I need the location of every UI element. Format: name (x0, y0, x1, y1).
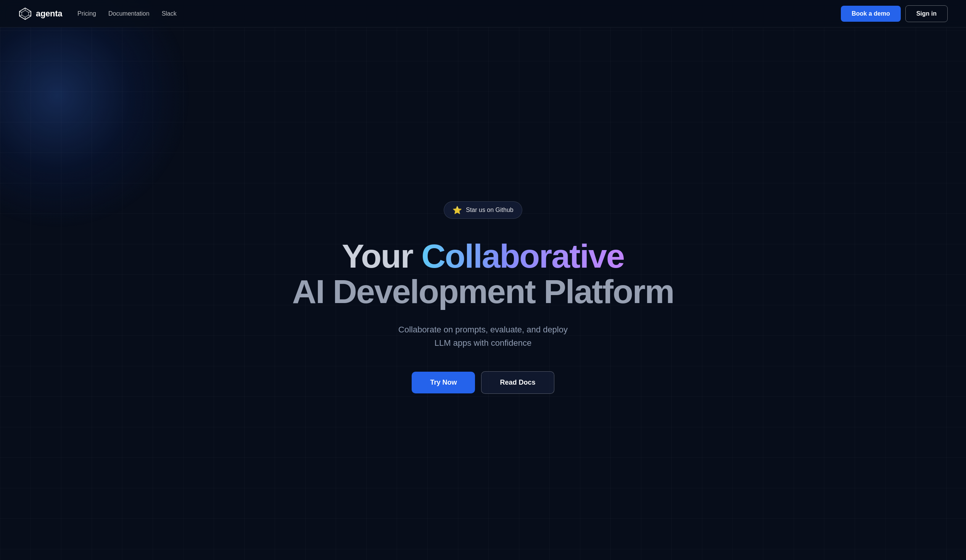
cta-group: Try Now Read Docs (412, 371, 554, 394)
hero-section: ⭐ Star us on Github Your Collaborative A… (0, 28, 966, 560)
hero-subtext: Collaborate on prompts, evaluate, and de… (398, 323, 568, 350)
svg-marker-1 (22, 10, 29, 17)
nav-links: Pricing Documentation Slack (77, 10, 177, 17)
logo-link[interactable]: agenta (18, 7, 62, 21)
navbar: agenta Pricing Documentation Slack Book … (0, 0, 966, 28)
subtext-line1: Collaborate on prompts, evaluate, and de… (398, 325, 568, 334)
sign-in-button[interactable]: Sign in (905, 5, 948, 22)
star-icon: ⭐ (452, 205, 462, 215)
nav-left: agenta Pricing Documentation Slack (18, 7, 177, 21)
nav-link-pricing[interactable]: Pricing (77, 10, 96, 17)
hero-headline: Your Collaborative AI Development Platfo… (292, 239, 674, 309)
subtext-line2: LLM apps with confidence (435, 338, 531, 348)
nav-link-documentation[interactable]: Documentation (108, 10, 150, 17)
nav-link-slack[interactable]: Slack (162, 10, 177, 17)
nav-right: Book a demo Sign in (841, 5, 948, 22)
github-badge[interactable]: ⭐ Star us on Github (444, 201, 522, 219)
logo-icon (18, 7, 32, 21)
try-now-button[interactable]: Try Now (412, 372, 475, 393)
github-badge-label: Star us on Github (466, 206, 514, 213)
headline-your: Your (342, 237, 421, 275)
headline-line1: Your Collaborative (292, 239, 674, 274)
logo-text: agenta (36, 9, 62, 19)
book-demo-button[interactable]: Book a demo (841, 6, 900, 22)
read-docs-button[interactable]: Read Docs (481, 371, 554, 394)
headline-line2: AI Development Platform (292, 274, 674, 309)
headline-collaborative: Collaborative (421, 237, 624, 275)
